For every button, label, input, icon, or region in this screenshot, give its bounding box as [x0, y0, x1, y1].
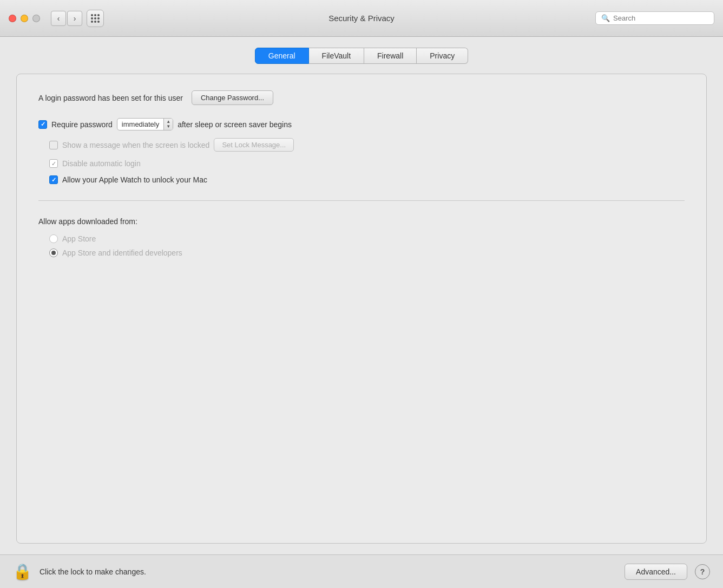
settings-panel: A login password has been set for this u…: [16, 74, 707, 544]
disable-autologin-label: Disable automatic login: [62, 159, 141, 168]
require-password-row: Require password immediately ▲ ▼ after s…: [38, 118, 685, 130]
back-icon: ‹: [57, 14, 60, 23]
tab-filevault[interactable]: FileVault: [309, 48, 364, 64]
maximize-button[interactable]: [32, 15, 40, 22]
section-divider: [38, 200, 685, 201]
lock-icon[interactable]: 🔒: [13, 563, 32, 580]
password-row: A login password has been set for this u…: [38, 90, 685, 105]
arrow-up-icon: ▲: [166, 120, 170, 124]
advanced-button[interactable]: Advanced...: [625, 564, 687, 580]
tab-privacy[interactable]: Privacy: [417, 48, 468, 64]
help-button[interactable]: ?: [695, 564, 710, 579]
require-password-suffix: after sleep or screen saver begins: [178, 120, 292, 129]
dropdown-value: immediately: [117, 119, 163, 130]
grid-icon: [91, 14, 100, 23]
search-bar[interactable]: 🔍: [595, 11, 714, 25]
disable-autologin-checkbox[interactable]: [49, 159, 58, 168]
appstore-identified-radio-row: App Store and identified developers: [49, 249, 685, 257]
set-lock-message-button[interactable]: Set Lock Message...: [214, 138, 294, 152]
appstore-identified-radio-label: App Store and identified developers: [62, 249, 182, 257]
close-button[interactable]: [9, 15, 16, 22]
arrow-down-icon: ▼: [166, 125, 170, 129]
tab-bar: General FileVault Firewall Privacy: [16, 48, 707, 64]
tab-firewall[interactable]: Firewall: [364, 48, 417, 64]
apple-watch-checkbox[interactable]: [49, 175, 58, 184]
window-controls: [9, 15, 40, 22]
require-password-label: Require password: [51, 120, 113, 129]
lock-text: Click the lock to make changes.: [40, 567, 146, 576]
appstore-radio[interactable]: [49, 234, 58, 243]
search-input[interactable]: [613, 14, 708, 22]
appstore-radio-label: App Store: [62, 234, 96, 243]
show-message-row: Show a message when the screen is locked…: [49, 138, 685, 152]
forward-icon: ›: [74, 14, 76, 23]
apple-watch-row: Allow your Apple Watch to unlock your Ma…: [49, 175, 685, 184]
apple-watch-label: Allow your Apple Watch to unlock your Ma…: [62, 175, 207, 184]
show-message-checkbox[interactable]: [49, 141, 58, 149]
minimize-button[interactable]: [21, 15, 28, 22]
allow-apps-label: Allow apps downloaded from:: [38, 217, 685, 226]
password-timing-dropdown[interactable]: immediately ▲ ▼: [117, 118, 173, 130]
back-button[interactable]: ‹: [51, 11, 66, 26]
main-content: General FileVault Firewall Privacy A log…: [0, 37, 723, 554]
appstore-identified-radio[interactable]: [49, 249, 58, 257]
forward-button[interactable]: ›: [67, 11, 82, 26]
search-icon: 🔍: [601, 14, 610, 22]
bottom-bar: 🔒 Click the lock to make changes. Advanc…: [0, 554, 723, 588]
grid-button[interactable]: [87, 10, 104, 27]
tab-general[interactable]: General: [255, 48, 309, 64]
change-password-button[interactable]: Change Password...: [192, 90, 273, 105]
window-title: Security & Privacy: [328, 14, 395, 23]
require-password-checkbox[interactable]: [38, 120, 47, 129]
show-message-label: Show a message when the screen is locked: [62, 141, 209, 149]
titlebar: ‹ › Security & Privacy 🔍: [0, 0, 723, 37]
password-label: A login password has been set for this u…: [38, 94, 183, 102]
appstore-radio-row: App Store: [49, 234, 685, 243]
nav-buttons: ‹ ›: [51, 11, 82, 26]
disable-autologin-row: Disable automatic login: [49, 159, 685, 168]
dropdown-arrows[interactable]: ▲ ▼: [163, 119, 173, 130]
